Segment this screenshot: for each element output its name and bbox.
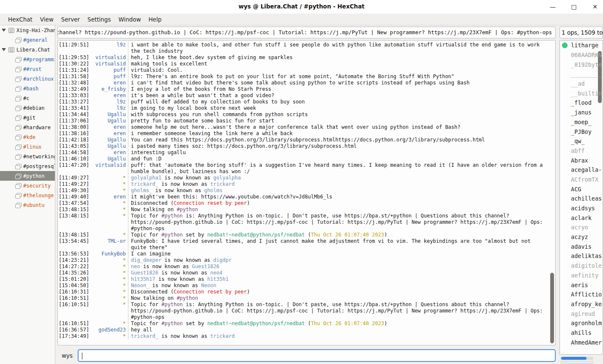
- user-list-item[interactable]: afropy_ke: [560, 299, 603, 309]
- message-nick: e_frisby: [90, 86, 128, 92]
- sidebar-item-postgresql[interactable]: #postgresql: [0, 161, 55, 171]
- sidebar-item-kde[interactable]: #kde: [0, 132, 55, 142]
- user-list-item[interactable]: acryo: [560, 223, 603, 232]
- user-list-item[interactable]: AhmedAmer: [560, 337, 603, 347]
- message-text: Topic for #python set by nedbat!~nedbat@…: [128, 321, 549, 327]
- user-list-item[interactable]: achilleas: [560, 194, 603, 204]
- sidebar-item-programming[interactable]: ##programming: [0, 54, 55, 64]
- sidebar-item-debian[interactable]: #debian: [0, 103, 55, 113]
- user-list-item[interactable]: acidsys: [560, 204, 603, 213]
- user-list-item[interactable]: ACfromTX: [560, 175, 603, 185]
- user-list-item[interactable]: adeliktas: [560, 251, 603, 261]
- chat-area[interactable]: [11:29:51]l9zi want be able to make tool…: [57, 40, 556, 345]
- sidebar-item-bash[interactable]: #bash: [0, 84, 55, 93]
- tree-server-row[interactable]: Libera.Chat: [0, 45, 55, 54]
- user-nick: acegalla-: [571, 166, 602, 173]
- user-list-item[interactable]: _PJBoy: [560, 127, 603, 136]
- chat-message-row: [11:49:40]erenit might've been this: htt…: [59, 194, 549, 200]
- menu-item-server[interactable]: Server: [57, 14, 84, 24]
- event-marker: *: [90, 333, 128, 340]
- message-nick: eren: [90, 149, 128, 156]
- menu-item-view[interactable]: View: [36, 14, 57, 24]
- message-text: puff: that 'automate the boring stuff' i…: [128, 162, 549, 175]
- minimize-icon[interactable]: —: [548, 2, 557, 11]
- menu-item-window[interactable]: Window: [114, 14, 144, 24]
- message-text: Topic for #python is: Anything Python is…: [128, 302, 549, 321]
- sidebar-item-general[interactable]: #general: [0, 35, 55, 45]
- user-list-item[interactable]: aeris: [560, 280, 603, 290]
- user-list-item[interactable]: _janus: [560, 108, 603, 117]
- user-list-item[interactable]: litharge: [560, 41, 603, 50]
- sidebar-item-linux[interactable]: #linux: [0, 142, 55, 152]
- user-list-item[interactable]: abff: [560, 146, 603, 156]
- user-list-item[interactable]: _moep_: [560, 117, 603, 127]
- message-timestamp: [11:37:06]: [59, 118, 90, 124]
- userlist-hscrollbar-thumb[interactable]: [561, 357, 587, 360]
- user-list-item[interactable]: _flood: [560, 98, 603, 108]
- userlist-header: 1 ops, 1509 tot: [560, 27, 603, 38]
- close-icon[interactable]: ✕: [590, 2, 600, 11]
- menu-item-help[interactable]: Help: [145, 14, 166, 24]
- user-list-item[interactable]: Abrax: [560, 155, 603, 165]
- message-timestamp: [11:34:44]: [59, 111, 90, 118]
- sidebar-item-ubuntu[interactable]: #ubuntu: [0, 200, 55, 210]
- user-list-item[interactable]: agronholm: [560, 318, 603, 328]
- user-list-item[interactable]: agireud: [560, 309, 603, 318]
- user-list-item[interactable]: adigitole: [560, 261, 603, 271]
- message-text: making tools is excellent: [128, 61, 549, 67]
- user-list-item[interactable]: __builtin: [560, 88, 603, 98]
- channel-name: #kde: [23, 134, 35, 140]
- chat-message-row: [16:10:51]*Now talking on #python: [59, 295, 549, 302]
- menu-item-settings[interactable]: Settings: [84, 14, 114, 24]
- server-icon: [8, 28, 14, 33]
- user-list-item[interactable]: ACG: [560, 184, 603, 194]
- user-list-item[interactable]: aefinity: [560, 271, 603, 280]
- tree-server-row[interactable]: Xing-Hai-Zhan: [0, 25, 55, 35]
- menu-item-hexchat[interactable]: HexChat: [4, 14, 36, 24]
- expander-icon[interactable]: [2, 48, 6, 51]
- sidebar-item-git[interactable]: #git: [0, 113, 55, 122]
- sidebar-item-c[interactable]: #c: [0, 93, 55, 103]
- user-list-item[interactable]: aczyz: [560, 232, 603, 242]
- user-list-item[interactable]: aclark: [560, 213, 603, 223]
- user-list-item[interactable]: _________: [560, 69, 603, 79]
- lag-meter: [560, 361, 593, 364]
- channel-icon: [15, 154, 21, 159]
- title-bar: wys @ Libera.Chat / #python - HexChat — …: [0, 0, 603, 14]
- message-input[interactable]: [78, 349, 556, 362]
- user-list-item[interactable]: _8192byte: [560, 60, 603, 69]
- user-list-item[interactable]: adavis: [560, 242, 603, 251]
- user-list-item[interactable]: __ad: [560, 79, 603, 89]
- user-list-item[interactable]: acegalla-: [560, 165, 603, 175]
- window-controls: — □ ✕: [548, 0, 600, 14]
- message-text: and fun :D: [128, 156, 549, 162]
- channel-icon: [15, 164, 21, 168]
- sidebar-item-python[interactable]: #python: [0, 171, 55, 181]
- user-list-item[interactable]: Afflictio: [560, 290, 603, 299]
- channel-icon: [15, 115, 21, 120]
- sidebar-item-rust[interactable]: ##rust: [0, 64, 55, 74]
- expander-icon[interactable]: [2, 29, 6, 32]
- chat-message-row: [11:43:05]Ugallui pasted many times soz:…: [59, 143, 549, 149]
- chat-scrollbar[interactable]: [550, 273, 554, 343]
- chat-message-row: [16:36:57]godSend23hey all: [59, 327, 549, 333]
- maximize-icon[interactable]: □: [569, 2, 579, 11]
- sidebar-item-thelounge[interactable]: #thelounge: [0, 190, 55, 200]
- message-timestamp: [16:36:57]: [59, 327, 90, 333]
- user-list-item[interactable]: 068AADRKN: [560, 50, 603, 60]
- event-marker: *: [90, 283, 128, 289]
- channel-name: #general: [23, 37, 48, 43]
- sidebar-item-archlinux[interactable]: #archlinux: [0, 74, 55, 84]
- sidebar-item-networking[interactable]: #networking: [0, 152, 55, 161]
- message-text: You can read this https://docs.python.or…: [128, 137, 549, 143]
- message-text: Now talking on #python: [128, 206, 549, 213]
- user-list-item[interactable]: _qw_: [560, 136, 603, 146]
- chat-message-row: [13:56:53]FunkyBobI can imagine: [59, 251, 549, 257]
- channel-icon: [15, 86, 21, 91]
- topic-bar[interactable]: about this channel? https://pound-python…: [57, 27, 556, 38]
- channel-icon: [15, 57, 21, 62]
- userlist-hscrollbar[interactable]: [560, 357, 593, 360]
- user-list-item[interactable]: ahills: [560, 328, 603, 338]
- sidebar-item-security[interactable]: #security: [0, 181, 55, 190]
- sidebar-item-hardware[interactable]: #hardware: [0, 122, 55, 132]
